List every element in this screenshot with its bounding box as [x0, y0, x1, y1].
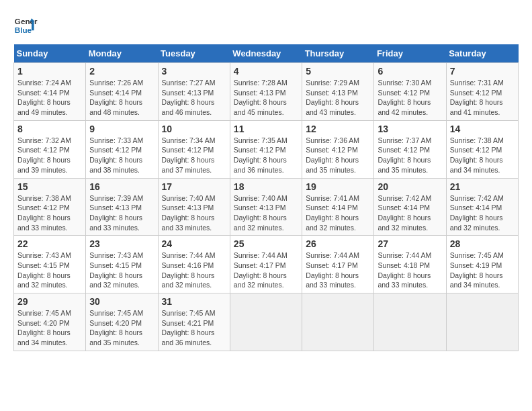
day-number: 9: [89, 124, 154, 134]
calendar-day-cell: [302, 293, 374, 351]
calendar-week-row: 1 Sunrise: 7:24 AMSunset: 4:14 PMDayligh…: [14, 63, 519, 121]
calendar-day-cell: 29 Sunrise: 7:45 AMSunset: 4:20 PMDaylig…: [14, 293, 86, 351]
day-info: Sunrise: 7:40 AMSunset: 4:13 PMDaylight:…: [162, 194, 216, 232]
calendar-day-cell: 11 Sunrise: 7:35 AMSunset: 4:12 PMDaylig…: [230, 120, 302, 178]
day-info: Sunrise: 7:45 AMSunset: 4:19 PMDaylight:…: [450, 251, 504, 289]
day-number: 20: [378, 181, 442, 192]
calendar-day-cell: 17 Sunrise: 7:40 AMSunset: 4:13 PMDaylig…: [158, 178, 230, 236]
calendar-day-cell: 22 Sunrise: 7:43 AMSunset: 4:15 PMDaylig…: [14, 236, 86, 293]
day-number: 3: [162, 66, 226, 77]
calendar-day-cell: 21 Sunrise: 7:42 AMSunset: 4:14 PMDaylig…: [446, 178, 518, 236]
calendar-week-row: 15 Sunrise: 7:38 AMSunset: 4:12 PMDaylig…: [14, 178, 519, 236]
day-info: Sunrise: 7:44 AMSunset: 4:17 PMDaylight:…: [306, 251, 359, 289]
calendar-day-cell: 28 Sunrise: 7:45 AMSunset: 4:19 PMDaylig…: [446, 236, 518, 293]
calendar-day-cell: 3 Sunrise: 7:27 AMSunset: 4:13 PMDayligh…: [158, 63, 230, 121]
page-header: General Blue: [13, 13, 519, 38]
day-info: Sunrise: 7:38 AMSunset: 4:12 PMDaylight:…: [450, 136, 504, 174]
day-number: 19: [306, 181, 370, 192]
day-info: Sunrise: 7:27 AMSunset: 4:13 PMDaylight:…: [162, 79, 216, 116]
day-number: 22: [17, 238, 82, 249]
day-number: 18: [234, 181, 298, 192]
day-info: Sunrise: 7:40 AMSunset: 4:13 PMDaylight:…: [234, 194, 287, 232]
calendar-day-cell: 6 Sunrise: 7:30 AMSunset: 4:12 PMDayligh…: [374, 63, 446, 121]
day-info: Sunrise: 7:44 AMSunset: 4:16 PMDaylight:…: [162, 251, 216, 289]
day-info: Sunrise: 7:35 AMSunset: 4:12 PMDaylight:…: [234, 136, 287, 174]
day-info: Sunrise: 7:45 AMSunset: 4:20 PMDaylight:…: [89, 309, 143, 347]
day-info: Sunrise: 7:43 AMSunset: 4:15 PMDaylight:…: [89, 251, 143, 289]
calendar-day-cell: 5 Sunrise: 7:29 AMSunset: 4:13 PMDayligh…: [302, 63, 374, 121]
calendar-day-cell: [446, 293, 518, 351]
day-number: 5: [306, 66, 370, 77]
logo-icon: General Blue: [13, 13, 38, 38]
day-info: Sunrise: 7:38 AMSunset: 4:12 PMDaylight:…: [17, 194, 71, 232]
day-number: 17: [162, 181, 226, 192]
day-number: 29: [17, 296, 82, 307]
day-number: 8: [17, 124, 82, 134]
day-info: Sunrise: 7:45 AMSunset: 4:21 PMDaylight:…: [162, 309, 216, 347]
calendar-day-cell: 10 Sunrise: 7:34 AMSunset: 4:12 PMDaylig…: [158, 120, 230, 178]
calendar-day-cell: 19 Sunrise: 7:41 AMSunset: 4:14 PMDaylig…: [302, 178, 374, 236]
day-info: Sunrise: 7:45 AMSunset: 4:20 PMDaylight:…: [17, 309, 71, 347]
calendar-day-cell: 12 Sunrise: 7:36 AMSunset: 4:12 PMDaylig…: [302, 120, 374, 178]
calendar-table: SundayMondayTuesdayWednesdayThursdayFrid…: [13, 44, 519, 351]
day-number: 30: [89, 296, 154, 307]
logo: General Blue: [13, 13, 38, 38]
day-info: Sunrise: 7:29 AMSunset: 4:13 PMDaylight:…: [306, 79, 359, 116]
day-number: 2: [89, 66, 154, 77]
calendar-day-cell: 27 Sunrise: 7:44 AMSunset: 4:18 PMDaylig…: [374, 236, 446, 293]
weekday-header: Tuesday: [158, 44, 230, 63]
calendar-day-cell: 2 Sunrise: 7:26 AMSunset: 4:14 PMDayligh…: [86, 63, 158, 121]
day-number: 1: [17, 66, 82, 77]
day-info: Sunrise: 7:42 AMSunset: 4:14 PMDaylight:…: [450, 194, 504, 232]
day-number: 25: [234, 238, 298, 249]
weekday-header: Sunday: [14, 44, 86, 63]
calendar-day-cell: 14 Sunrise: 7:38 AMSunset: 4:12 PMDaylig…: [446, 120, 518, 178]
calendar-day-cell: 20 Sunrise: 7:42 AMSunset: 4:14 PMDaylig…: [374, 178, 446, 236]
weekday-header: Friday: [374, 44, 446, 63]
svg-text:Blue: Blue: [15, 26, 32, 34]
weekday-header-row: SundayMondayTuesdayWednesdayThursdayFrid…: [14, 44, 519, 63]
calendar-day-cell: 1 Sunrise: 7:24 AMSunset: 4:14 PMDayligh…: [14, 63, 86, 121]
calendar-week-row: 29 Sunrise: 7:45 AMSunset: 4:20 PMDaylig…: [14, 293, 519, 351]
day-info: Sunrise: 7:30 AMSunset: 4:12 PMDaylight:…: [378, 79, 431, 116]
calendar-day-cell: 9 Sunrise: 7:33 AMSunset: 4:12 PMDayligh…: [86, 120, 158, 178]
calendar-day-cell: 18 Sunrise: 7:40 AMSunset: 4:13 PMDaylig…: [230, 178, 302, 236]
day-info: Sunrise: 7:28 AMSunset: 4:13 PMDaylight:…: [234, 79, 287, 116]
day-number: 13: [378, 124, 442, 134]
calendar-day-cell: 16 Sunrise: 7:39 AMSunset: 4:13 PMDaylig…: [86, 178, 158, 236]
day-number: 14: [450, 124, 515, 134]
calendar-week-row: 22 Sunrise: 7:43 AMSunset: 4:15 PMDaylig…: [14, 236, 519, 293]
day-number: 4: [234, 66, 298, 77]
day-info: Sunrise: 7:41 AMSunset: 4:14 PMDaylight:…: [306, 194, 359, 232]
weekday-header: Monday: [86, 44, 158, 63]
day-number: 15: [17, 181, 82, 192]
weekday-header: Saturday: [446, 44, 518, 63]
day-info: Sunrise: 7:34 AMSunset: 4:12 PMDaylight:…: [162, 136, 216, 174]
day-number: 26: [306, 238, 370, 249]
day-number: 6: [378, 66, 442, 77]
day-info: Sunrise: 7:43 AMSunset: 4:15 PMDaylight:…: [17, 251, 71, 289]
day-number: 12: [306, 124, 370, 134]
day-number: 21: [450, 181, 515, 192]
day-info: Sunrise: 7:33 AMSunset: 4:12 PMDaylight:…: [89, 136, 143, 174]
calendar-week-row: 8 Sunrise: 7:32 AMSunset: 4:12 PMDayligh…: [14, 120, 519, 178]
calendar-day-cell: [230, 293, 302, 351]
calendar-day-cell: 30 Sunrise: 7:45 AMSunset: 4:20 PMDaylig…: [86, 293, 158, 351]
day-number: 27: [378, 238, 442, 249]
day-number: 11: [234, 124, 298, 134]
day-info: Sunrise: 7:26 AMSunset: 4:14 PMDaylight:…: [89, 79, 143, 116]
calendar-day-cell: 8 Sunrise: 7:32 AMSunset: 4:12 PMDayligh…: [14, 120, 86, 178]
day-number: 10: [162, 124, 226, 134]
calendar-day-cell: 24 Sunrise: 7:44 AMSunset: 4:16 PMDaylig…: [158, 236, 230, 293]
calendar-day-cell: 7 Sunrise: 7:31 AMSunset: 4:12 PMDayligh…: [446, 63, 518, 121]
day-info: Sunrise: 7:32 AMSunset: 4:12 PMDaylight:…: [17, 136, 71, 174]
weekday-header: Thursday: [302, 44, 374, 63]
day-number: 31: [162, 296, 226, 307]
day-number: 23: [89, 238, 154, 249]
svg-text:General: General: [15, 17, 38, 26]
day-number: 24: [162, 238, 226, 249]
day-info: Sunrise: 7:31 AMSunset: 4:12 PMDaylight:…: [450, 79, 504, 116]
day-info: Sunrise: 7:42 AMSunset: 4:14 PMDaylight:…: [378, 194, 431, 232]
calendar-day-cell: 15 Sunrise: 7:38 AMSunset: 4:12 PMDaylig…: [14, 178, 86, 236]
weekday-header: Wednesday: [230, 44, 302, 63]
